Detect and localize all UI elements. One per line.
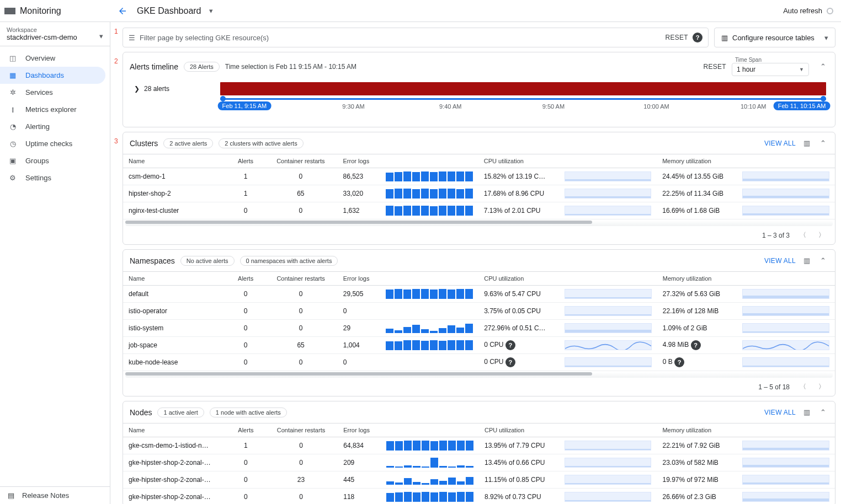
timeline-tick: 9:40 AM <box>439 103 461 110</box>
status-chip: No active alerts <box>180 256 235 266</box>
chevron-down-icon: ▾ <box>99 32 103 40</box>
table-row[interactable]: gke-hipster-shop-2-zonal-…02344511.15% o… <box>123 471 835 489</box>
pager-prev-button[interactable]: 〈 <box>797 382 808 392</box>
row-alerts: 0 <box>227 286 264 303</box>
alerts-expand-toggle[interactable]: ❯ 28 alerts <box>132 81 215 97</box>
row-alerts: 1 <box>227 185 264 202</box>
alerts-reset-button[interactable]: RESET <box>703 63 726 71</box>
error-log-sparkbars <box>386 206 473 216</box>
clusters-card: Clusters2 active alerts2 clusters with a… <box>123 132 835 245</box>
utilization-sparkline <box>742 340 829 350</box>
collapse-button[interactable]: ⌃ <box>818 254 828 267</box>
sidebar-item-metrics-explorer[interactable]: ⫿Metrics explorer <box>0 101 105 118</box>
view-all-link[interactable]: VIEW ALL <box>764 140 796 147</box>
row-cpu: 7.13% of 2.01 CPU <box>478 202 559 219</box>
sidebar: Workspace stackdriver-csm-demo ▾ ◫Overvi… <box>0 22 110 504</box>
timespan-select[interactable]: 1 hour <box>732 63 809 76</box>
view-all-link[interactable]: VIEW ALL <box>764 257 796 265</box>
utilization-sparkline <box>742 289 829 299</box>
monitoring-logo-icon <box>4 8 15 14</box>
horizontal-scrollbar[interactable] <box>125 372 833 378</box>
help-icon[interactable]: ? <box>693 33 702 42</box>
error-log-sparkbars <box>386 441 473 451</box>
utilization-sparkline <box>565 475 652 485</box>
collapse-button[interactable]: ⌃ <box>818 60 828 73</box>
pager-next-button[interactable]: 〉 <box>816 382 827 392</box>
sidebar-item-settings[interactable]: ⚙Settings <box>0 169 105 186</box>
view-all-link[interactable]: VIEW ALL <box>764 409 796 416</box>
row-errlogs: 118 <box>338 489 381 505</box>
row-name: gke-hipster-shop-2-zonal-… <box>123 489 227 505</box>
row-errlogs: 29 <box>338 320 381 337</box>
help-icon[interactable]: ? <box>505 357 515 367</box>
row-restarts: 65 <box>264 185 337 202</box>
columns-icon[interactable]: ▥ <box>801 408 812 416</box>
columns-icon[interactable]: ▥ <box>801 256 812 265</box>
table-row[interactable]: nginx-test-cluster001,6327.13% of 2.01 C… <box>123 202 835 219</box>
workspace-selector[interactable]: Workspace stackdriver-csm-demo ▾ <box>0 22 110 46</box>
sidebar-item-services[interactable]: ✲Services <box>0 84 105 101</box>
columns-icon[interactable]: ▥ <box>801 139 812 147</box>
row-alerts: 0 <box>227 337 264 354</box>
filter-placeholder: Filter page by selecting GKE resource(s) <box>140 34 661 42</box>
row-errlogs: 445 <box>338 471 381 489</box>
filter-reset-button[interactable]: RESET <box>665 34 688 41</box>
table-row[interactable]: csm-demo-11086,52315.82% of 13.19 C…24.4… <box>123 168 835 185</box>
sidebar-item-label: Metrics explorer <box>25 105 76 114</box>
horizontal-scrollbar[interactable] <box>125 221 833 226</box>
row-alerts: 0 <box>227 454 264 471</box>
sidebar-item-overview[interactable]: ◫Overview <box>0 50 105 67</box>
configure-tables-button[interactable]: ▥ Configure resource tables ▾ <box>714 28 835 47</box>
row-alerts: 1 <box>227 437 264 454</box>
utilization-sparkline <box>565 441 652 451</box>
page-title-dropdown[interactable]: ▾ <box>209 7 213 15</box>
sidebar-item-label: Groups <box>25 157 49 165</box>
table-row[interactable]: default0029,5059.63% of 5.47 CPU27.32% o… <box>123 286 835 303</box>
timeline-handle-start[interactable] <box>220 96 226 101</box>
row-restarts: 0 <box>264 437 338 454</box>
table-row[interactable]: gke-csm-demo-1-istiod-n…1064,83413.95% o… <box>123 437 835 454</box>
table-row[interactable]: job-space0651,0040 CPU ?4.98 MiB ? <box>123 337 835 354</box>
row-errlogs: 29,505 <box>338 286 381 303</box>
row-mem: 22.21% of 7.92 GiB <box>657 437 737 454</box>
table-row[interactable]: kube-node-lease0000 CPU ?0 B ? <box>123 354 835 371</box>
row-name: gke-hipster-shop-2-zonal-… <box>123 454 227 471</box>
back-button[interactable] <box>116 4 129 18</box>
sidebar-item-dashboards[interactable]: ▦Dashboards <box>0 67 105 84</box>
sidebar-item-uptime-checks[interactable]: ◷Uptime checks <box>0 135 105 152</box>
help-icon[interactable]: ? <box>674 357 684 367</box>
auto-refresh-toggle[interactable]: Auto refresh <box>783 7 833 15</box>
collapse-button[interactable]: ⌃ <box>818 406 828 419</box>
table-row[interactable]: gke-hipster-shop-2-zonal-…001188.92% of … <box>123 489 835 505</box>
timeline-end-pill: Feb 11, 10:15 AM <box>774 101 831 110</box>
row-restarts: 65 <box>264 337 337 354</box>
groups-icon: ▣ <box>8 157 18 165</box>
timeline-track[interactable] <box>220 82 826 95</box>
table-row[interactable]: istio-operator0003.75% of 0.05 CPU22.16%… <box>123 303 835 320</box>
pager-next-button[interactable]: 〉 <box>816 230 827 240</box>
collapse-button[interactable]: ⌃ <box>818 137 828 149</box>
table-row[interactable]: hipster-shop-216533,02017.68% of 8.96 CP… <box>123 185 835 202</box>
error-log-sparkbars <box>386 289 473 299</box>
workspace-value: stackdriver-csm-demo <box>7 33 103 41</box>
row-errlogs: 1,632 <box>337 202 380 219</box>
alerts-expand-label: 28 alerts <box>144 85 169 93</box>
release-notes-link[interactable]: ▤ Release Notes <box>0 486 110 504</box>
filter-input[interactable]: ☰ Filter page by selecting GKE resource(… <box>123 28 709 47</box>
utilization-sparkline <box>742 189 829 199</box>
error-log-sparkbars <box>386 492 473 502</box>
sidebar-item-alerting[interactable]: ◔Alerting <box>0 118 105 135</box>
row-restarts: 0 <box>264 454 338 471</box>
help-icon[interactable]: ? <box>505 340 515 350</box>
annotation-2: 2 <box>114 57 118 65</box>
timeline-handle-end[interactable] <box>821 96 826 101</box>
help-icon[interactable]: ? <box>691 340 701 350</box>
table-row[interactable]: gke-hipster-shop-2-zonal-…0020913.45% of… <box>123 454 835 471</box>
timeline-range-slider[interactable] <box>220 98 826 100</box>
utilization-sparkline <box>742 458 829 468</box>
pager-prev-button[interactable]: 〈 <box>797 230 808 240</box>
sidebar-item-groups[interactable]: ▣Groups <box>0 152 105 169</box>
timeline-tick: 10:00 AM <box>643 103 669 110</box>
table-row[interactable]: istio-system0029272.96% of 0.51 C…1.09% … <box>123 320 835 337</box>
utilization-sparkline <box>742 357 829 367</box>
